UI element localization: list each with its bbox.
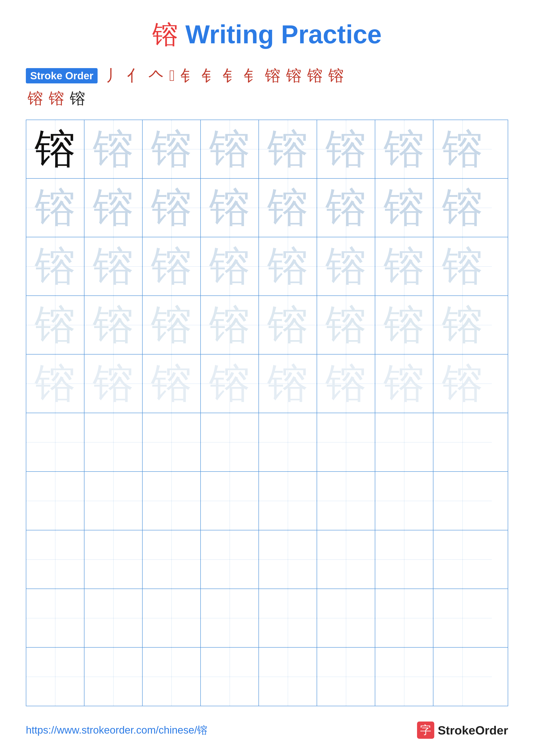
grid-cell-empty[interactable] — [201, 589, 259, 647]
grid-cell-empty[interactable] — [142, 413, 201, 471]
grid-cell: 镕 — [259, 296, 317, 354]
grid-cell: 镕 — [85, 296, 142, 354]
practice-char-light: 镕 — [442, 297, 483, 353]
grid-cell-empty[interactable] — [142, 530, 201, 588]
grid-cell-empty[interactable] — [375, 530, 433, 588]
practice-char-light: 镕 — [384, 122, 424, 177]
stroke-order-badge: Stroke Order — [26, 68, 98, 83]
title-writing-practice: Writing Practice — [178, 20, 382, 49]
practice-char-light: 镕 — [384, 356, 424, 411]
strokeorder-logo-icon: 字 — [417, 721, 434, 739]
stroke-8: 钅 — [244, 65, 259, 86]
grid-cell: 镕 — [201, 355, 259, 413]
grid-cell-empty[interactable] — [259, 648, 317, 706]
grid-cell-empty[interactable] — [259, 413, 317, 471]
grid-cell-empty[interactable] — [201, 413, 259, 471]
grid-cell: 镕 — [142, 120, 201, 178]
practice-char-light: 镕 — [151, 239, 192, 294]
grid-cell-empty[interactable] — [26, 648, 85, 706]
grid-row-10 — [26, 648, 508, 706]
practice-char-dark: 镕 — [35, 122, 76, 177]
grid-cell: 镕 — [142, 237, 201, 295]
grid-cell-empty[interactable] — [375, 413, 433, 471]
practice-char-light: 镕 — [442, 122, 483, 177]
practice-char-light: 镕 — [151, 180, 192, 235]
grid-cell-empty[interactable] — [317, 472, 375, 530]
grid-cell-empty[interactable] — [433, 530, 492, 588]
practice-char-light: 镕 — [35, 239, 76, 294]
grid-cell: 镕 — [375, 237, 433, 295]
grid-row-8 — [26, 530, 508, 589]
grid-cell-empty[interactable] — [142, 589, 201, 647]
grid-cell-empty[interactable] — [85, 472, 142, 530]
grid-cell: 镕 — [26, 296, 85, 354]
footer-url[interactable]: https://www.strokeorder.com/chinese/镕 — [26, 723, 207, 737]
practice-char-light: 镕 — [151, 356, 192, 411]
grid-cell-empty[interactable] — [317, 413, 375, 471]
grid-cell-empty[interactable] — [259, 530, 317, 588]
practice-char-light: 镕 — [93, 239, 134, 294]
stroke-15: 镕 — [70, 88, 85, 109]
grid-cell: 镕 — [142, 296, 201, 354]
stroke-2: 亻 — [127, 65, 142, 86]
practice-char-light: 镕 — [267, 239, 308, 294]
grid-cell-empty[interactable] — [375, 589, 433, 647]
grid-cell-empty[interactable] — [26, 530, 85, 588]
stroke-9: 镕 — [265, 65, 280, 86]
grid-cell-empty[interactable] — [317, 589, 375, 647]
grid-cell-empty[interactable] — [259, 472, 317, 530]
grid-cell: 镕 — [259, 120, 317, 178]
grid-cell-empty[interactable] — [433, 472, 492, 530]
grid-cell: 镕 — [433, 355, 492, 413]
grid-cell-empty[interactable] — [201, 530, 259, 588]
practice-char-light: 镕 — [93, 180, 134, 235]
grid-cell-empty[interactable] — [85, 648, 142, 706]
grid-cell-empty[interactable] — [259, 589, 317, 647]
grid-cell-empty[interactable] — [375, 472, 433, 530]
stroke-14: 镕 — [49, 88, 64, 109]
practice-char-light: 镕 — [442, 180, 483, 235]
grid-cell-empty[interactable] — [317, 648, 375, 706]
grid-cell-empty[interactable] — [26, 589, 85, 647]
grid-cell: 镕 — [375, 296, 433, 354]
grid-cell: 镕 — [142, 355, 201, 413]
grid-row-3: 镕 镕 镕 镕 镕 镕 镕 镕 — [26, 237, 508, 296]
grid-cell-empty[interactable] — [142, 648, 201, 706]
grid-cell: 镕 — [85, 179, 142, 237]
grid-cell: 镕 — [433, 179, 492, 237]
grid-cell: 镕 — [26, 179, 85, 237]
grid-cell-empty[interactable] — [142, 472, 201, 530]
grid-row-4: 镕 镕 镕 镕 镕 镕 镕 镕 — [26, 296, 508, 355]
stroke-5: 钅 — [181, 65, 196, 86]
practice-char-light: 镕 — [35, 180, 76, 235]
practice-char-light: 镕 — [325, 180, 367, 235]
practice-char-light: 镕 — [384, 180, 424, 235]
grid-row-7 — [26, 472, 508, 530]
grid-cell-empty[interactable] — [85, 589, 142, 647]
stroke-1: 丿 — [106, 65, 121, 86]
grid-cell-empty[interactable] — [26, 472, 85, 530]
grid-cell-empty[interactable] — [375, 648, 433, 706]
stroke-order-section: Stroke Order 丿 亻 𠆢 𠃌 钅 钅 钅 钅 镕 镕 镕 镕 镕 镕… — [0, 65, 534, 109]
grid-cell-empty[interactable] — [85, 530, 142, 588]
grid-cell: 镕 — [85, 237, 142, 295]
grid-row-9 — [26, 589, 508, 648]
practice-char-light: 镕 — [209, 297, 250, 353]
grid-cell-empty[interactable] — [433, 413, 492, 471]
grid-cell: 镕 — [433, 296, 492, 354]
grid-cell-empty[interactable] — [201, 472, 259, 530]
grid-cell: 镕 — [85, 355, 142, 413]
grid-cell-empty[interactable] — [26, 413, 85, 471]
practice-char-light: 镕 — [209, 122, 250, 177]
grid-cell-empty[interactable] — [85, 413, 142, 471]
grid-row-2: 镕 镕 镕 镕 镕 镕 镕 镕 — [26, 179, 508, 237]
grid-cell-empty[interactable] — [433, 589, 492, 647]
stroke-4: 𠃌 — [169, 67, 175, 85]
grid-cell-empty[interactable] — [201, 648, 259, 706]
grid-cell-empty[interactable] — [433, 648, 492, 706]
practice-char-light: 镕 — [442, 239, 483, 294]
stroke-3: 𠆢 — [148, 67, 164, 85]
grid-cell-empty[interactable] — [317, 530, 375, 588]
practice-char-light: 镕 — [35, 356, 76, 411]
practice-char-light: 镕 — [93, 356, 134, 411]
